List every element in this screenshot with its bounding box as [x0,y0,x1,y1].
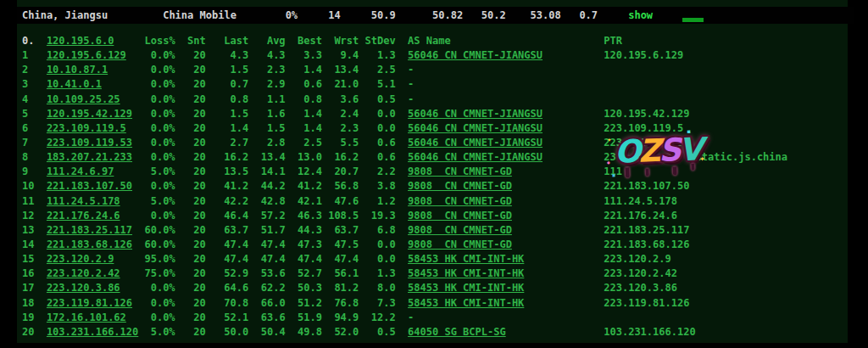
ip-link[interactable]: 223.119.81.126 [47,296,145,311]
node-location: China, Jiangsu [22,7,163,24]
ptr-cell: 223.109.119.5 [604,121,787,136]
best-cell: 47.4 [286,252,322,267]
hop-number: 1 [22,48,47,63]
ip-link[interactable]: 223.109.119.5 [47,121,145,136]
avg-cell: 2.9 [248,77,285,92]
last-cell: 2.7 [206,136,249,150]
ip-link[interactable]: 10.10.87.1 [47,63,145,77]
table-row: 10221.183.107.500.0%2041.244.241.256.83.… [22,179,787,194]
loss-cell: 5.0% [144,325,175,340]
last-cell: 1.5 [206,63,249,77]
last-cell: 41.2 [206,179,249,194]
last-cell: 47.4 [206,252,249,267]
ip-link[interactable]: 111.24.5.178 [47,194,145,209]
best-cell: 1.4 [286,121,322,136]
ptr-cell: 223.120.3.86 [604,281,787,295]
ptr-cell [604,77,787,92]
summary-bar: China, Jiangsu China Mobile 0% 14 50.9 5… [17,7,854,24]
ip-link[interactable]: 221.183.107.50 [47,179,145,194]
as-name-link[interactable]: 58453 HK CMI-INT-HK [396,252,604,267]
as-name-link[interactable]: 9808 CN CMNET-GD [396,238,604,252]
hop-number: 20 [22,325,47,340]
hop-number: 0. [22,34,47,48]
node-isp: China Mobile [163,7,285,24]
hop-number: 9 [22,165,47,179]
loss-cell: Loss% [144,34,175,48]
ptr-cell: 111.24.5.178 [604,194,787,209]
ip-link[interactable]: 120.195.6.129 [47,48,145,63]
avg-cell: 62.2 [248,281,285,295]
avg-cell: 50.4 [248,325,285,340]
best-cell: 1.4 [286,63,322,77]
avg-cell: 47.4 [248,252,285,267]
stdev-cell: 0.0 [359,107,395,121]
ip-link[interactable]: 172.16.101.62 [47,311,145,325]
wrst-cell: 20.7 [322,165,359,179]
as-name-link[interactable]: 58453 HK CMI-INT-HK [396,267,604,281]
table-header-row: 0.120.195.6.0Loss%SntLastAvgBestWrstStDe… [22,34,787,48]
ip-link[interactable]: 221.183.25.117 [47,223,145,238]
last-cell: 52.1 [206,311,249,325]
ip-link[interactable]: 103.231.166.120 [47,325,145,340]
ip-link[interactable]: 223.120.2.9 [47,252,145,267]
ip-link[interactable]: 221.183.68.126 [47,238,145,252]
as-name-link[interactable]: 56046 CN CMNET-JIANGSU [396,121,604,136]
as-name-link[interactable]: 58453 HK CMI-INT-HK [396,281,604,295]
ptr-cell: 223.119.81.126 [604,296,787,311]
snt-cell: 20 [175,296,206,311]
avg-cell: 53.6 [248,267,285,281]
ip-link[interactable]: 120.195.42.129 [47,107,145,121]
loss-cell: 5.0% [144,194,175,209]
stdev-cell: 6.8 [359,223,395,238]
as-name-link[interactable]: 58453 HK CMI-INT-HK [396,296,604,311]
table-row: 19172.16.101.620.0%2052.163.651.994.912.… [22,311,787,325]
as-name-link[interactable]: 56046 CN CMNET-JIANGSU [396,150,604,165]
ptr-cell: 221.183.68.126 [604,238,787,252]
avg-cell: 1.6 [248,107,285,121]
as-name-link[interactable]: 9808 CN CMNET-GD [396,165,604,179]
as-name-link[interactable]: 56046 CN CMNET-JIANGSU [396,48,604,63]
ip-link[interactable]: 223.120.3.86 [47,281,145,295]
mtr-table: 0.120.195.6.0Loss%SntLastAvgBestWrstStDe… [22,34,787,340]
ip-link[interactable]: 223.109.119.53 [47,136,145,150]
ip-link[interactable]: 183.207.21.233 [47,150,145,165]
avg-cell: 13.4 [248,150,285,165]
wrst-cell: 81.2 [322,281,359,295]
ip-link[interactable]: 111.24.6.97 [47,165,145,179]
ip-link[interactable]: 221.176.24.6 [47,209,145,223]
best-cell: 12.4 [286,165,322,179]
stdev-cell: 1.2 [359,194,395,209]
loss-cell: 0.0% [144,93,175,107]
avg-cell: 47.4 [248,238,285,252]
table-row: 11111.24.5.1785.0%2042.242.842.147.61.29… [22,194,787,209]
as-name-link[interactable]: 64050 SG BCPL-SG [396,325,604,340]
loss-cell: 0.0% [144,63,175,77]
last-cell: 4.3 [206,48,249,63]
as-name-link[interactable]: 9808 CN CMNET-GD [396,179,604,194]
ip-link[interactable]: 10.41.0.1 [47,77,145,92]
as-name-link[interactable]: 9808 CN CMNET-GD [396,223,604,238]
as-name-link: - [396,311,604,325]
ip-link[interactable]: 10.109.25.25 [47,93,145,107]
table-row: 18223.119.81.1260.0%2070.866.051.276.87.… [22,296,787,311]
best-cell: 3.3 [286,48,322,63]
as-name-link[interactable]: 56046 CN CMNET-JIANGSU [396,136,604,150]
loss-cell: 0.0% [144,150,175,165]
wrst-cell: 94.9 [322,311,359,325]
as-name-link[interactable]: 9808 CN CMNET-GD [396,194,604,209]
stdev-cell: 1.3 [359,267,395,281]
show-link[interactable]: show [628,7,653,24]
as-name-link[interactable]: 56046 CN CMNET-JIANGSU [396,107,604,121]
snt-cell: 20 [175,223,206,238]
ptr-cell: 223.120.2.42 [604,267,787,281]
snt-cell: 20 [175,179,206,194]
best-cell: 0.6 [286,77,322,92]
avg-cell: 2.8 [248,136,285,150]
hop-number: 15 [22,252,47,267]
hop-number: 8 [22,150,47,165]
as-name-link[interactable]: 9808 CN CMNET-GD [396,209,604,223]
ip-link[interactable]: 120.195.6.0 [47,34,145,48]
stdev-cell: 1.3 [359,48,395,63]
best-cell: Best [286,34,322,48]
ip-link[interactable]: 223.120.2.42 [47,267,145,281]
